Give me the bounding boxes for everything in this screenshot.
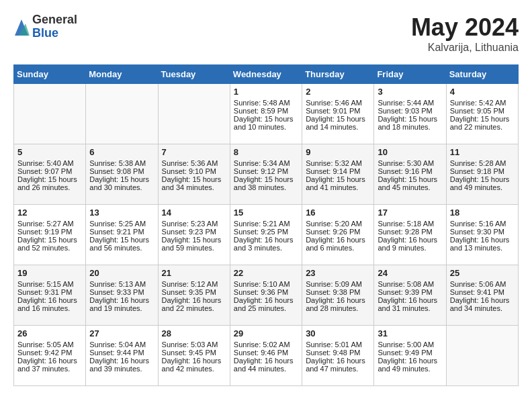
daylight-text: Daylight: 16 hours and 44 minutes. (234, 357, 298, 373)
sunrise-text: Sunrise: 5:32 AM (306, 159, 370, 167)
calendar-cell: 30Sunrise: 5:01 AMSunset: 9:48 PMDayligh… (302, 326, 374, 386)
page-header: General Blue May 2024 Kalvarija, Lithuan… (13, 13, 519, 54)
daylight-text: Daylight: 16 hours and 6 minutes. (306, 236, 370, 252)
daylight-text: Daylight: 16 hours and 16 minutes. (17, 296, 82, 312)
daylight-text: Daylight: 15 hours and 18 minutes. (378, 115, 442, 131)
day-number: 13 (89, 208, 154, 218)
sunrise-text: Sunrise: 5:30 AM (378, 159, 442, 167)
sunrise-text: Sunrise: 5:02 AM (234, 340, 298, 349)
daylight-text: Daylight: 15 hours and 41 minutes. (306, 175, 370, 191)
sunrise-text: Sunrise: 5:09 AM (306, 280, 370, 288)
sunrise-text: Sunrise: 5:40 AM (17, 159, 82, 167)
sunrise-text: Sunrise: 5:10 AM (234, 280, 298, 288)
sunrise-text: Sunrise: 5:21 AM (234, 220, 298, 228)
calendar-cell: 28Sunrise: 5:03 AMSunset: 9:45 PMDayligh… (158, 326, 230, 386)
title-block: May 2024 Kalvarija, Lithuania (411, 13, 519, 54)
calendar-cell: 5Sunrise: 5:40 AMSunset: 9:07 PMDaylight… (14, 144, 86, 205)
day-number: 26 (17, 328, 82, 338)
sunrise-text: Sunrise: 5:05 AM (17, 340, 82, 349)
sunset-text: Sunset: 9:41 PM (450, 288, 515, 296)
daylight-text: Daylight: 15 hours and 52 minutes. (17, 236, 82, 252)
daylight-text: Daylight: 16 hours and 25 minutes. (234, 296, 298, 312)
daylight-text: Daylight: 15 hours and 45 minutes. (378, 175, 442, 191)
sunrise-text: Sunrise: 5:23 AM (162, 220, 226, 228)
day-of-week-header: Friday (374, 65, 446, 84)
day-number: 22 (234, 268, 298, 278)
calendar-table: SundayMondayTuesdayWednesdayThursdayFrid… (13, 64, 519, 386)
calendar-cell: 29Sunrise: 5:02 AMSunset: 9:46 PMDayligh… (230, 326, 302, 386)
sunrise-text: Sunrise: 5:34 AM (234, 159, 298, 167)
day-number: 16 (306, 208, 370, 218)
calendar-cell: 18Sunrise: 5:16 AMSunset: 9:30 PMDayligh… (446, 205, 518, 265)
day-number: 20 (89, 268, 154, 278)
calendar-cell: 6Sunrise: 5:38 AMSunset: 9:08 PMDaylight… (86, 144, 158, 205)
calendar-body: 1Sunrise: 5:48 AMSunset: 8:59 PMDaylight… (14, 84, 519, 386)
day-number: 21 (162, 268, 226, 278)
logo: General Blue (13, 13, 77, 40)
day-of-week-header: Wednesday (230, 65, 302, 84)
day-number: 3 (378, 87, 442, 97)
calendar-week-row: 19Sunrise: 5:15 AMSunset: 9:31 PMDayligh… (14, 265, 519, 326)
sunset-text: Sunset: 9:35 PM (162, 288, 226, 296)
sunset-text: Sunset: 9:07 PM (17, 167, 82, 175)
calendar-cell: 3Sunrise: 5:44 AMSunset: 9:03 PMDaylight… (374, 84, 446, 144)
sunset-text: Sunset: 9:46 PM (234, 349, 298, 357)
calendar-cell (86, 84, 158, 144)
sunset-text: Sunset: 9:16 PM (378, 167, 442, 175)
sunrise-text: Sunrise: 5:38 AM (89, 159, 154, 167)
sunrise-text: Sunrise: 5:13 AM (89, 280, 154, 288)
daylight-text: Daylight: 15 hours and 22 minutes. (450, 115, 515, 131)
day-of-week-header: Tuesday (158, 65, 230, 84)
daylight-text: Daylight: 15 hours and 26 minutes. (17, 175, 82, 191)
sunset-text: Sunset: 9:12 PM (234, 167, 298, 175)
day-of-week-header: Monday (86, 65, 158, 84)
calendar-cell: 27Sunrise: 5:04 AMSunset: 9:44 PMDayligh… (86, 326, 158, 386)
day-number: 25 (450, 268, 515, 278)
daylight-text: Daylight: 16 hours and 13 minutes. (450, 236, 515, 252)
calendar-cell: 13Sunrise: 5:25 AMSunset: 9:21 PMDayligh… (86, 205, 158, 265)
month-year: May 2024 (411, 13, 519, 42)
sunset-text: Sunset: 9:44 PM (89, 349, 154, 357)
calendar-cell: 7Sunrise: 5:36 AMSunset: 9:10 PMDaylight… (158, 144, 230, 205)
daylight-text: Daylight: 16 hours and 47 minutes. (306, 357, 370, 373)
sunrise-text: Sunrise: 5:42 AM (450, 99, 515, 107)
day-of-week-header: Sunday (14, 65, 86, 84)
sunset-text: Sunset: 9:21 PM (89, 228, 154, 236)
day-number: 4 (450, 87, 515, 97)
calendar-week-row: 1Sunrise: 5:48 AMSunset: 8:59 PMDaylight… (14, 84, 519, 144)
sunrise-text: Sunrise: 5:08 AM (378, 280, 442, 288)
sunset-text: Sunset: 9:19 PM (17, 228, 82, 236)
sunrise-text: Sunrise: 5:16 AM (450, 220, 515, 228)
daylight-text: Daylight: 15 hours and 34 minutes. (162, 175, 226, 191)
day-number: 7 (162, 147, 226, 157)
sunset-text: Sunset: 9:26 PM (306, 228, 370, 236)
sunset-text: Sunset: 9:25 PM (234, 228, 298, 236)
daylight-text: Daylight: 16 hours and 28 minutes. (306, 296, 370, 312)
daylight-text: Daylight: 16 hours and 9 minutes. (378, 236, 442, 252)
sunrise-text: Sunrise: 5:15 AM (17, 280, 82, 288)
calendar-cell: 10Sunrise: 5:30 AMSunset: 9:16 PMDayligh… (374, 144, 446, 205)
sunrise-text: Sunrise: 5:27 AM (17, 220, 82, 228)
day-number: 28 (162, 328, 226, 338)
calendar-cell: 23Sunrise: 5:09 AMSunset: 9:38 PMDayligh… (302, 265, 374, 326)
sunset-text: Sunset: 9:36 PM (234, 288, 298, 296)
sunset-text: Sunset: 9:49 PM (378, 349, 442, 357)
sunset-text: Sunset: 9:45 PM (162, 349, 226, 357)
sunrise-text: Sunrise: 5:46 AM (306, 99, 370, 107)
daylight-text: Daylight: 16 hours and 19 minutes. (89, 296, 154, 312)
daylight-text: Daylight: 15 hours and 56 minutes. (89, 236, 154, 252)
calendar-cell: 11Sunrise: 5:28 AMSunset: 9:18 PMDayligh… (446, 144, 518, 205)
day-number: 14 (162, 208, 226, 218)
calendar-cell: 1Sunrise: 5:48 AMSunset: 8:59 PMDaylight… (230, 84, 302, 144)
calendar-cell: 17Sunrise: 5:18 AMSunset: 9:28 PMDayligh… (374, 205, 446, 265)
logo-text: General Blue (32, 13, 77, 40)
daylight-text: Daylight: 16 hours and 37 minutes. (17, 357, 82, 373)
day-number: 30 (306, 328, 370, 338)
calendar-cell: 14Sunrise: 5:23 AMSunset: 9:23 PMDayligh… (158, 205, 230, 265)
calendar-cell: 2Sunrise: 5:46 AMSunset: 9:01 PMDaylight… (302, 84, 374, 144)
sunset-text: Sunset: 9:08 PM (89, 167, 154, 175)
calendar-cell: 24Sunrise: 5:08 AMSunset: 9:39 PMDayligh… (374, 265, 446, 326)
location: Kalvarija, Lithuania (411, 42, 519, 54)
day-number: 10 (378, 147, 442, 157)
sunset-text: Sunset: 9:31 PM (17, 288, 82, 296)
